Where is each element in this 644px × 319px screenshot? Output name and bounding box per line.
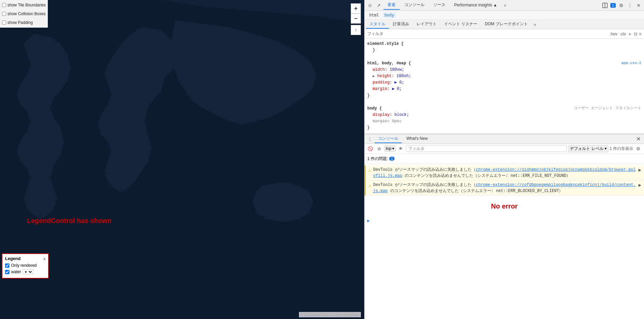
console-eye-btn[interactable]: 👁 — [397, 145, 405, 152]
water-checkbox[interactable] — [5, 270, 9, 274]
tab-console[interactable]: コンソール — [400, 1, 429, 10]
console-filter-btn[interactable]: ⊘ — [375, 145, 383, 152]
devtools-panel-icon[interactable] — [601, 1, 609, 9]
console-filter-input[interactable] — [406, 145, 567, 152]
styles-more-tabs[interactable]: » — [532, 21, 538, 28]
filter-more-icons[interactable]: ⊡ — [634, 32, 637, 36]
water-select[interactable]: ▾ — [23, 269, 33, 275]
devtools-more-icon[interactable]: ⋮ — [626, 1, 634, 9]
console-msg-prefix-1: DevTools がソースマップの読み込みに失敗しました（ — [373, 167, 476, 172]
top-dropdown-icon: ▾ — [392, 146, 394, 151]
compass-button[interactable]: ↑ — [351, 25, 361, 35]
css-triangle-height[interactable]: ▶ — [373, 74, 375, 78]
styles-filter-input[interactable] — [385, 32, 608, 36]
console-msg-text-1: DevTools がソースマップの読み込みに失敗しました（chrome-exte… — [373, 167, 636, 179]
css-val-width: 100vw; — [389, 67, 404, 72]
padding-checkbox[interactable] — [2, 21, 6, 25]
map-svg — [0, 0, 364, 319]
tab-sources[interactable]: ソース — [429, 1, 449, 10]
breadcrumb-body[interactable]: body — [382, 12, 396, 18]
tile-boundaries-checkbox[interactable] — [2, 3, 6, 7]
legend-close-button[interactable]: x — [43, 257, 45, 261]
console-icon-1[interactable]: ⋮ — [366, 135, 373, 142]
css-prop-margin: margin: — [373, 87, 389, 91]
styles-tab-computed[interactable]: 計算済み — [389, 20, 412, 29]
css-rule-body: body { ユーザー エージェント スタイルシート display: bloc… — [367, 105, 641, 131]
devtools-top-toolbar: ⎚ ↗ 要素 コンソール ソース Performance insights ▲ … — [365, 0, 644, 11]
css-val-padding: ▶ 0; — [395, 80, 404, 85]
console-toolbar: 🚫 ⊘ top ▾ 👁 デフォルト レベル ▾ 1 件の非表示 ⚙ — [365, 144, 644, 154]
styles-filter-bar: フィルタ :hov .cls + ⊡ ≡ — [365, 29, 644, 39]
cls-badge[interactable]: .cls — [620, 32, 626, 36]
legend-control: Legend x Only rendered water ▾ — [2, 253, 49, 279]
tile-boundaries-label[interactable]: show Tile Boundaries — [2, 1, 46, 9]
console-expand-1[interactable]: ▶ — [639, 167, 641, 174]
padding-text: show Padding — [7, 18, 33, 27]
hov-badge[interactable]: :hov — [610, 32, 617, 36]
breadcrumb-html[interactable]: html — [367, 12, 381, 18]
css-prop-padding: padding: — [373, 80, 392, 85]
styles-tab-dom-breakpoints[interactable]: DOM ブレークポイント — [481, 20, 531, 29]
devtools-settings-icon[interactable]: ⚙ — [617, 1, 625, 9]
console-messages: ⚠ DevTools がソースマップの読み込みに失敗しました（chrome-ex… — [365, 164, 644, 319]
user-agent-label: ユーザー エージェント スタイルシート — [574, 105, 641, 111]
map-checkboxes: show Tile Boundaries show Collision Boxe… — [0, 0, 48, 28]
styles-tab-layout[interactable]: レイアウト — [413, 20, 440, 29]
console-prompt[interactable]: ▶ — [365, 217, 644, 225]
tab-performance[interactable]: Performance insights ▲ — [450, 1, 501, 9]
css-source-app[interactable]: app.css:2 — [621, 60, 641, 66]
legend-header: Legend x — [5, 256, 45, 261]
styles-tab-styles[interactable]: スタイル — [366, 20, 389, 29]
css-rule-html-body-map-closing: } — [367, 93, 370, 98]
console-settings-btn[interactable]: ⚙ — [635, 145, 642, 152]
devtools-icon-1[interactable]: ⎚ — [366, 1, 374, 9]
water-label: water — [11, 269, 21, 274]
css-properties-html-body-map: width: 100vw; ▶ height: 100vh; padding: … — [367, 67, 641, 93]
devtools-close-icon[interactable]: ✕ — [635, 1, 643, 9]
console-msg-suffix-1: のコンテンツを読み込めませんでした（システムエラー: net::ERR_FILE… — [402, 173, 570, 178]
collision-boxes-label[interactable]: show Collision Boxes — [2, 9, 46, 18]
console-warning-1: ⚠ DevTools がソースマップの読み込みに失敗しました（chrome-ex… — [365, 165, 644, 181]
console-clear-btn[interactable]: 🚫 — [367, 145, 374, 152]
legend-item-water: water ▾ — [5, 269, 45, 275]
zoom-in-button[interactable]: + — [351, 3, 361, 13]
console-header: ⋮ コンソール What's New ✕ — [365, 134, 644, 144]
collision-boxes-checkbox[interactable] — [2, 12, 6, 16]
top-label: top — [386, 146, 392, 151]
zoom-controls: + − ↑ — [351, 3, 361, 35]
legend-item-only-rendered: Only rendered — [5, 263, 45, 268]
devtools-right-icons: 1 ⚙ ⋮ ✕ — [601, 1, 643, 9]
warning-icon-2: ⚠ — [368, 182, 371, 189]
console-section: ⋮ コンソール What's New ✕ 🚫 ⊘ top ▾ 👁 デフォルト レ… — [365, 134, 644, 319]
devtools-more-tabs[interactable]: » — [502, 2, 508, 9]
css-prop-display: display: — [373, 113, 392, 117]
console-close-button[interactable]: ✕ — [634, 136, 643, 142]
console-msg-text-2: DevTools がソースマップの読み込みに失敗しました（chrome-exte… — [373, 182, 636, 194]
styles-tab-events[interactable]: イベント リスナー — [441, 20, 481, 29]
console-msg-suffix-2: のコンテンツを読み込めませんでした（システムエラー: net::ERR_BLOC… — [388, 189, 563, 193]
console-issue-count: 1 件の非表示 — [610, 146, 633, 152]
no-error-text: No error — [365, 196, 644, 217]
console-msg-prefix-2: DevTools がソースマップの読み込みに失敗しました（ — [373, 183, 476, 187]
issue-count-text: 1 件の問題: — [367, 156, 388, 162]
default-level-selector[interactable]: デフォルト レベル ▾ — [568, 145, 608, 152]
css-val-display: block; — [395, 113, 409, 117]
css-prop-height: height: — [377, 74, 394, 78]
filter-label: フィルタ — [367, 31, 383, 37]
console-expand-2[interactable]: ▶ — [639, 182, 641, 189]
console-tab-whatsnew[interactable]: What's New — [403, 135, 431, 142]
css-selector-body: body { — [367, 106, 382, 111]
only-rendered-checkbox[interactable] — [5, 263, 9, 268]
tab-elements[interactable]: 要素 — [383, 1, 400, 10]
map-area: show Tile Boundaries show Collision Boxe… — [0, 0, 364, 319]
css-rule-element-style-closing: } — [367, 48, 375, 53]
filter-badges: :hov .cls + ⊡ ≡ — [610, 31, 641, 37]
default-level-label: デフォルト レベル ▾ — [570, 146, 607, 152]
devtools-icon-2[interactable]: ↗ — [375, 1, 383, 9]
top-selector[interactable]: top ▾ — [384, 146, 396, 152]
console-tab-console[interactable]: コンソール — [375, 135, 402, 143]
padding-label[interactable]: show Padding — [2, 18, 46, 27]
filter-plus-icon[interactable]: + — [627, 31, 633, 37]
zoom-out-button[interactable]: − — [351, 13, 361, 24]
filter-equals-icon[interactable]: ≡ — [639, 32, 641, 36]
